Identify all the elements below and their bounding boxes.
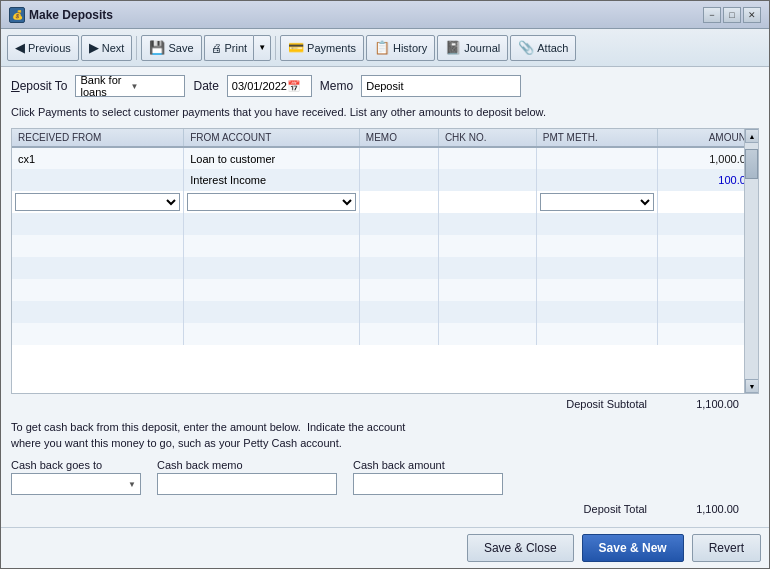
cell-from-account: Loan to customer [184, 147, 360, 169]
cell-memo [359, 147, 438, 169]
cashback-amount-field: Cash back amount [353, 459, 503, 495]
cashback-memo-field: Cash back memo [157, 459, 337, 495]
bottom-section: Deposit Subtotal 1,100.00 To get cash ba… [11, 394, 759, 519]
info-text: Click Payments to select customer paymen… [11, 105, 759, 120]
save-close-button[interactable]: Save & Close [467, 534, 574, 562]
table-row-empty [12, 235, 758, 257]
input-cell-amount[interactable] [658, 191, 758, 213]
deposit-to-label: Deposit To [11, 79, 67, 93]
journal-button[interactable]: 📓 Journal [437, 35, 508, 61]
deposit-to-select[interactable]: Bank for loans ▼ [75, 75, 185, 97]
print-split-button: 🖨 Print ▼ [204, 35, 272, 61]
cell-chk-no [438, 147, 536, 169]
table-row-empty [12, 279, 758, 301]
deposit-total-row: Deposit Total 1,100.00 [11, 499, 759, 519]
cashback-amount-label: Cash back amount [353, 459, 503, 471]
deposit-subtotal-label: Deposit Subtotal [566, 398, 647, 410]
title-bar: 💰 Make Deposits − □ ✕ [1, 1, 769, 29]
payments-button[interactable]: 💳 Payments [280, 35, 364, 61]
scroll-up-button[interactable]: ▲ [745, 129, 759, 143]
close-button[interactable]: ✕ [743, 7, 761, 23]
minimize-button[interactable]: − [703, 7, 721, 23]
table-scrollbar[interactable]: ▲ ▼ [744, 129, 758, 393]
cashback-goes-to-label: Cash back goes to [11, 459, 141, 471]
deposit-total-label: Deposit Total [584, 503, 647, 515]
content-area: Deposit To Bank for loans ▼ Date 03/01/2… [1, 67, 769, 527]
col-from-account: FROM ACCOUNT [184, 129, 360, 147]
next-button[interactable]: ▶ Next [81, 35, 133, 61]
input-cell-memo[interactable] [359, 191, 438, 213]
save-icon: 💾 [149, 40, 165, 55]
toolbar: ◀ Previous ▶ Next 💾 Save 🖨 Print ▼ 💳 Pay… [1, 29, 769, 67]
cell-amount: 1,000.00 [658, 147, 758, 169]
cell-chk-no [438, 169, 536, 191]
save-button[interactable]: 💾 Save [141, 35, 201, 61]
input-cell-received-from[interactable] [12, 191, 184, 213]
col-received-from: RECEIVED FROM [12, 129, 184, 147]
cell-received-from: cx1 [12, 147, 184, 169]
received-from-dropdown[interactable] [15, 193, 180, 211]
separator-1 [136, 36, 137, 60]
deposit-to-arrow-icon: ▼ [130, 82, 180, 91]
maximize-button[interactable]: □ [723, 7, 741, 23]
deposit-subtotal-amount: 1,100.00 [659, 398, 739, 410]
table-input-row[interactable] [12, 191, 758, 213]
table-row: Interest Income 100.00 [12, 169, 758, 191]
from-account-dropdown[interactable] [187, 193, 356, 211]
save-new-button[interactable]: Save & New [582, 534, 684, 562]
date-input[interactable]: 03/01/2022 📅 [227, 75, 312, 97]
cashback-goes-to-input[interactable]: ▼ [11, 473, 141, 495]
cell-pmt-meth [536, 147, 658, 169]
calendar-icon[interactable]: 📅 [287, 80, 307, 93]
deposit-total-amount: 1,100.00 [659, 503, 739, 515]
scroll-down-button[interactable]: ▼ [745, 379, 759, 393]
memo-input[interactable] [361, 75, 521, 97]
previous-button[interactable]: ◀ Previous [7, 35, 79, 61]
history-icon: 📋 [374, 40, 390, 55]
table-row-empty [12, 301, 758, 323]
cashback-goes-to-field: Cash back goes to ▼ [11, 459, 141, 495]
window-title: Make Deposits [29, 8, 113, 22]
attach-icon: 📎 [518, 40, 534, 55]
deposit-form-row: Deposit To Bank for loans ▼ Date 03/01/2… [11, 75, 759, 97]
attach-button[interactable]: 📎 Attach [510, 35, 576, 61]
deposit-table-wrapper: RECEIVED FROM FROM ACCOUNT MEMO CHK NO. … [11, 128, 759, 394]
table-header-row: RECEIVED FROM FROM ACCOUNT MEMO CHK NO. … [12, 129, 758, 147]
col-chk-no: CHK NO. [438, 129, 536, 147]
input-cell-pmt-meth[interactable] [536, 191, 658, 213]
cell-amount: 100.00 [658, 169, 758, 191]
table-row-empty [12, 257, 758, 279]
input-cell-from-account[interactable] [184, 191, 360, 213]
input-cell-chk-no [438, 191, 536, 213]
next-icon: ▶ [89, 40, 99, 55]
previous-icon: ◀ [15, 40, 25, 55]
buttons-row: Save & Close Save & New Revert [1, 527, 769, 568]
cashback-goes-to-arrow-icon: ▼ [128, 480, 136, 489]
table-row-empty [12, 213, 758, 235]
cashback-fields-row: Cash back goes to ▼ Cash back memo Cash … [11, 455, 759, 499]
col-pmt-meth: PMT METH. [536, 129, 658, 147]
separator-2 [275, 36, 276, 60]
cashback-memo-input[interactable] [157, 473, 337, 495]
cell-memo [359, 169, 438, 191]
memo-label: Memo [320, 79, 353, 93]
cashback-memo-label: Cash back memo [157, 459, 337, 471]
print-icon: 🖨 [211, 42, 222, 54]
pmt-meth-dropdown[interactable] [540, 193, 655, 211]
scroll-thumb[interactable] [745, 149, 758, 179]
history-button[interactable]: 📋 History [366, 35, 435, 61]
cashback-amount-input[interactable] [353, 473, 503, 495]
table-row-empty [12, 323, 758, 345]
cell-pmt-meth [536, 169, 658, 191]
revert-button[interactable]: Revert [692, 534, 761, 562]
print-main-button[interactable]: 🖨 Print [204, 35, 254, 61]
date-label: Date [193, 79, 218, 93]
cashback-info-text: To get cash back from this deposit, ente… [11, 414, 759, 455]
make-deposits-window: 💰 Make Deposits − □ ✕ ◀ Previous ▶ Next … [0, 0, 770, 569]
print-arrow-button[interactable]: ▼ [253, 35, 271, 61]
table-row: cx1 Loan to customer 1,000.00 [12, 147, 758, 169]
cell-from-account: Interest Income [184, 169, 360, 191]
col-memo: MEMO [359, 129, 438, 147]
cell-received-from [12, 169, 184, 191]
col-amount: AMOUNT [658, 129, 758, 147]
